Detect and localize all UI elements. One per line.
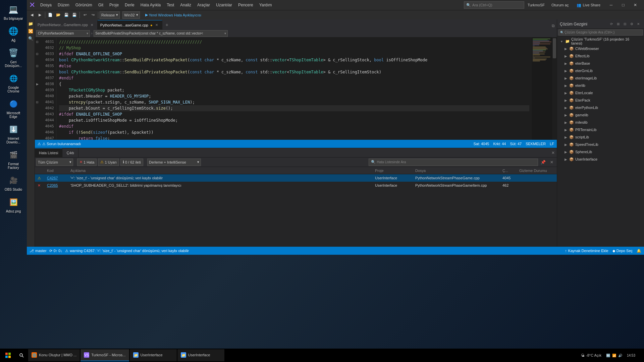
tab-phase-game-close[interactable]: ✕ — [154, 22, 159, 28]
error-panel-close-btn[interactable]: ✕ — [548, 159, 555, 166]
solution-explorer-icon[interactable]: 📁 — [28, 21, 34, 27]
prterrainlib-expand[interactable]: ▶ — [564, 128, 568, 132]
desktop-icon-recycle[interactable]: 🗑️ Geri Dönüşüm... — [1, 45, 25, 69]
eterbase-expand[interactable]: ▶ — [564, 61, 568, 65]
scriptlib-expand[interactable]: ▶ — [564, 135, 568, 139]
undo-button[interactable]: ↩ — [81, 11, 89, 19]
warning-status[interactable]: ⚠ ⚠ Sorun bulunanamadı — [38, 142, 81, 146]
solution-settings-button[interactable]: ⚙ — [629, 21, 635, 27]
open-file-button[interactable]: 📂 — [55, 11, 62, 19]
desktop-icon-image[interactable]: 🖼️ Adsız.png — [1, 194, 25, 215]
redo-button[interactable]: ↪ — [89, 11, 97, 19]
tab-phase-game[interactable]: PythonNetwo...aseGame.cpp ● ✕ — [98, 20, 162, 29]
taskbar-item-ui2[interactable]: 📁 UserInterface — [177, 349, 224, 361]
menu-araclar[interactable]: Araçlar — [195, 1, 213, 9]
editor-scrollbar[interactable] — [552, 38, 557, 140]
output-tab[interactable]: Çıktı — [62, 148, 78, 158]
scope-dropdown[interactable]: Tüm Çözüm ▾ — [36, 159, 73, 166]
eterlib-expand[interactable]: ▶ — [564, 83, 568, 87]
source-control-button[interactable]: ↑ Kaynak Denetimine Ekle — [565, 249, 608, 253]
add-tab-button[interactable]: + — [162, 20, 172, 29]
desktop-icon-chrome[interactable]: 🌐 Google Chrome — [1, 70, 25, 95]
menu-uzantilar[interactable]: Uzantılar — [213, 1, 235, 9]
code-content[interactable]: ////////////////////////////////////////… — [56, 38, 532, 140]
collapse-1[interactable]: ⊟ — [35, 39, 40, 45]
close-button[interactable]: ✕ — [629, 0, 641, 10]
effectlib-expand[interactable]: ▶ — [564, 54, 568, 58]
scrollbar-thumb[interactable] — [553, 38, 556, 58]
tree-spherelib[interactable]: ▶ 📦 SphereLib — [557, 148, 644, 156]
desktop-icon-edge[interactable]: 🔵 Microsoft Edge — [1, 96, 25, 120]
userinterface-expand[interactable]: ▶ — [564, 157, 568, 161]
error-panel-pin[interactable]: 📌 — [539, 159, 547, 166]
sync-status[interactable]: ⟳ 0↑ 0↓ — [49, 249, 62, 253]
taskbar-item-browser[interactable]: 🌐 Konu Oluştur | MMO ... — [28, 349, 80, 361]
split-editor-button[interactable]: ⧉ — [549, 22, 557, 29]
tree-prterrainlib[interactable]: ▶ 📦 PRTerrainLib — [557, 126, 644, 133]
error-panel-close[interactable]: ✕ — [549, 149, 557, 157]
tree-cwebbrowser[interactable]: ▶ 📦 CWebBrowser — [557, 45, 644, 52]
desktop-icon-computer[interactable]: 💻 Bu bilgisayar — [1, 1, 25, 22]
messages-filter-button[interactable]: ℹ 0 / 62 ileti — [120, 159, 143, 166]
error-list-tab[interactable]: Hata Listesi — [35, 148, 62, 158]
errors-filter-button[interactable]: ✕ 1 Hata — [77, 159, 97, 166]
git-branch[interactable]: ⎇ master — [30, 249, 47, 253]
menu-dosya[interactable]: Dosya — [38, 1, 54, 9]
config-dropdown[interactable]: Release ▾ — [100, 11, 120, 19]
tree-etergrnlib[interactable]: ▶ 📦 eterGrnLib — [557, 67, 644, 74]
menu-analiz[interactable]: Analiz — [177, 1, 194, 9]
error-row-warning[interactable]: ⚠ C4267 '=': 'size_t' - 'unsigned char' … — [35, 174, 557, 182]
tab-game-item-close[interactable]: ✕ — [89, 22, 95, 27]
taskbar-clock[interactable]: 14:53 — [627, 354, 635, 357]
save-all-button[interactable]: 💾 — [71, 11, 78, 19]
collapse-3[interactable]: ⊟ — [35, 63, 40, 69]
desktop-icon-network[interactable]: 🌐 Ağ — [1, 23, 25, 44]
menu-yardim[interactable]: Yardım — [257, 1, 275, 9]
minimize-button[interactable]: ─ — [605, 0, 617, 10]
solution-expand[interactable]: ▾ — [560, 39, 564, 43]
tree-eterbase[interactable]: ▶ 📦 eterBase — [557, 60, 644, 67]
desktop-icon-internet-downloader[interactable]: ⬇️ Internet Downlo... — [1, 121, 25, 145]
maximize-button[interactable]: □ — [617, 0, 629, 10]
back-button[interactable]: ◀ — [28, 11, 36, 19]
eterlocale-expand[interactable]: ▶ — [564, 91, 568, 95]
solution-close-button[interactable]: ✕ — [635, 21, 641, 27]
desktop-icon-obs[interactable]: 🎥 OBS Studio — [1, 172, 25, 193]
menu-derle[interactable]: Derle — [122, 1, 137, 9]
error-search[interactable]: 🔍 Hata Listesinde Ara — [369, 159, 538, 166]
menu-duzen[interactable]: Düzen — [55, 1, 72, 9]
eterpythonlib-expand[interactable]: ▶ — [564, 106, 568, 110]
menu-hata-ayikla[interactable]: Hata Ayıkla — [138, 1, 163, 9]
tree-mileslib[interactable]: ▶ 📦 mileslib — [557, 119, 644, 126]
eterpack-expand[interactable]: ▶ — [564, 98, 568, 102]
tree-userinterface[interactable]: ▶ 📦 UserInterface — [557, 156, 644, 163]
tree-erimagelib[interactable]: ▶ 📦 eterImageLib — [557, 74, 644, 82]
gamelib-expand[interactable]: ▶ — [564, 113, 568, 117]
platform-dropdown[interactable]: Win32 ▾ — [122, 11, 140, 19]
collapse-2[interactable]: ⊟ — [35, 51, 40, 57]
warning-code-link[interactable]: C4267 — [47, 176, 58, 180]
tree-eterpack[interactable]: ▶ 📦 EterPack — [557, 97, 644, 104]
title-search[interactable]: 🔍 Ara (Ctrl+Q) — [464, 1, 524, 9]
solution-collapse-button[interactable]: ⊟ — [622, 21, 628, 27]
method-dropdown[interactable]: SendBuildPrivateShopPacket(const char * … — [94, 30, 228, 37]
run-button[interactable]: ▶ Yerel Windows Hata Ayıklayıcısı — [143, 11, 204, 19]
tree-effectlib[interactable]: ▶ 📦 EffectLib — [557, 52, 644, 60]
solution-search[interactable]: 🔍 Çözüm Gezgini İçinde Ara (Ctrl+;) — [558, 29, 643, 36]
menu-proje[interactable]: Proje — [107, 1, 121, 9]
git-icon[interactable]: 🔀 — [28, 28, 34, 34]
new-file-button[interactable]: 📄 — [47, 11, 54, 19]
namespace-dropdown[interactable]: CPythonNetworkStream ▾ — [36, 30, 90, 37]
error-row-error[interactable]: ✕ C2065 'SHOP_SUBHEADER_CG_SELL2': bildi… — [35, 182, 557, 189]
menu-git[interactable]: Git — [96, 1, 106, 9]
forward-button[interactable]: ▶ — [36, 11, 44, 19]
menu-pencere[interactable]: Pencere — [235, 1, 256, 9]
build-filter-dropdown[interactable]: Derleme + IntelliSense ▾ — [147, 159, 201, 166]
desktop-icon-format-factory[interactable]: 🎬 Format Factory — [1, 147, 25, 171]
speedtreelib-expand[interactable]: ▶ — [564, 142, 568, 146]
tree-scriptlib[interactable]: ▶ 📦 scriptLib — [557, 133, 644, 141]
etergrnlib-expand[interactable]: ▶ — [564, 69, 568, 73]
mileslib-expand[interactable]: ▶ — [564, 120, 568, 124]
start-button[interactable] — [0, 349, 16, 362]
taskbar-search-button[interactable] — [16, 349, 27, 362]
